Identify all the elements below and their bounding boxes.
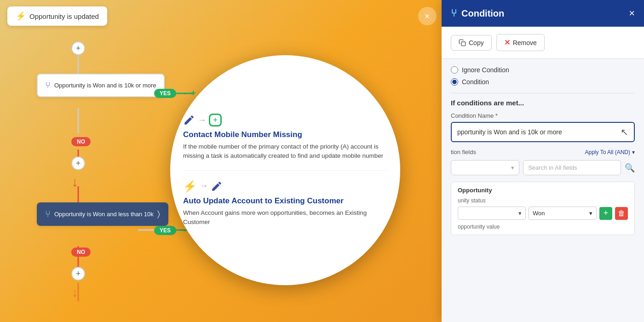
condition-node-2[interactable]: ⑂ Opportunity is Won and less than 10k 〉 bbox=[37, 202, 168, 226]
arrow-popup-1: → bbox=[198, 115, 206, 125]
condition-name-label: Condition Name * bbox=[451, 112, 635, 119]
pencil-icon-1 bbox=[183, 114, 195, 126]
opportunity-status-label: unity status bbox=[458, 197, 628, 204]
yes-label-2: YES bbox=[154, 226, 176, 235]
condition-node-1-label: Opportunity is Won and is 10k or more bbox=[54, 82, 156, 89]
status-value-select[interactable]: Won ▾ bbox=[529, 207, 597, 220]
panel-header: ⑂ Condition × bbox=[442, 0, 644, 27]
svg-rect-11 bbox=[461, 42, 466, 46]
condition-name-input[interactable]: pportunity is Won and is 10k or more ↖ bbox=[451, 122, 635, 142]
search-placeholder: Search in All fields bbox=[528, 164, 577, 171]
radio-group: Ignore Condition Condition bbox=[451, 66, 635, 86]
condition-radio-label: Condition bbox=[462, 78, 489, 86]
search-filter-row: ▾ Search in All fields 🔍 bbox=[451, 160, 635, 175]
bolt-icon: ⚡ bbox=[16, 11, 26, 21]
copy-label: Copy bbox=[469, 39, 484, 46]
field-chevron-icon: ▾ bbox=[511, 164, 514, 171]
popup-item-1-title: Contact Mobile Number Missing bbox=[183, 130, 387, 139]
copy-icon bbox=[459, 39, 466, 46]
panel-title: Condition bbox=[461, 8, 504, 19]
condition-node-1[interactable]: ⑂ Opportunity is Won and is 10k or more bbox=[37, 74, 165, 97]
no-label-1: NO bbox=[71, 137, 91, 146]
bolt-popup-2: ⚡ bbox=[183, 180, 197, 193]
circle-popup-content: → + Contact Mobile Number Missing If the… bbox=[170, 55, 400, 285]
remove-x-icon: ✕ bbox=[504, 38, 510, 47]
filter-label: tion fields bbox=[451, 149, 476, 155]
apply-all-button[interactable]: Apply To All (AND) ▾ bbox=[585, 149, 635, 155]
operator-chevron: ▾ bbox=[518, 210, 522, 217]
field-select-dropdown[interactable]: ▾ bbox=[451, 160, 519, 175]
cursor-icon: ↖ bbox=[621, 126, 628, 138]
trigger-badge[interactable]: ⚡ Opportunity is updated bbox=[7, 6, 107, 26]
condition-fork-icon-1: ⑂ bbox=[45, 80, 51, 91]
add-value-button[interactable]: + bbox=[599, 207, 612, 220]
no-label-2: NO bbox=[71, 247, 91, 257]
copy-button[interactable]: Copy bbox=[451, 35, 492, 51]
circle-popup: → + Contact Mobile Number Missing If the… bbox=[170, 55, 400, 285]
arrow-right-1: → bbox=[179, 88, 188, 98]
filter-row: tion fields Apply To All (AND) ▾ bbox=[451, 149, 635, 155]
popup-item-1[interactable]: → + Contact Mobile Number Missing If the… bbox=[183, 104, 387, 171]
yes-label-1: YES bbox=[154, 89, 176, 98]
ignore-condition-radio[interactable] bbox=[451, 66, 458, 74]
won-chevron: ▾ bbox=[589, 210, 592, 217]
status-operator-select[interactable]: ▾ bbox=[458, 207, 526, 220]
top-add-button[interactable]: + bbox=[71, 41, 85, 55]
condition-radio[interactable] bbox=[451, 78, 458, 86]
panel-actions: Copy ✕ Remove bbox=[442, 27, 644, 59]
condition-name-value: pportunity is Won and is 10k or more bbox=[457, 128, 562, 136]
ignore-condition-option[interactable]: Ignore Condition bbox=[451, 66, 635, 74]
panel-close-button[interactable]: × bbox=[629, 7, 635, 19]
ignore-condition-label: Ignore Condition bbox=[462, 66, 509, 74]
search-icon: 🔍 bbox=[625, 163, 635, 172]
opportunity-section: Opportunity unity status ▾ Won ▾ + 🗑 opp… bbox=[451, 182, 635, 235]
no-badge-2: NO bbox=[71, 247, 91, 257]
condition-fork-icon-2: ⑂ bbox=[45, 209, 51, 219]
popup-item-1-desc: If the mobile number of the primary cont… bbox=[183, 142, 387, 161]
chevron-down-icon: ▾ bbox=[632, 149, 635, 155]
apply-all-label: Apply To All (AND) bbox=[585, 149, 630, 155]
arrow-down-orange-1: ↓ bbox=[72, 285, 78, 300]
arrow-popup-2: → bbox=[200, 181, 208, 191]
if-conditions-label: If conditions are met... bbox=[451, 99, 635, 107]
condition-panel: ⑂ Condition × Copy ✕ Remove Ignore Condi… bbox=[442, 0, 644, 322]
status-won-value: Won bbox=[533, 210, 545, 217]
arrow-down-red-1: ↓ bbox=[72, 175, 78, 190]
cursor-on-node2: 〉 bbox=[157, 209, 160, 219]
yes-badge-2: YES → bbox=[154, 225, 188, 236]
panel-body: Ignore Condition Condition If conditions… bbox=[442, 59, 644, 322]
condition-node-2-label: Opportunity is Won and less than 10k bbox=[54, 211, 154, 218]
pencil-icon-2 bbox=[211, 180, 223, 192]
no-badge-1: NO bbox=[71, 137, 91, 146]
remove-button[interactable]: ✕ Remove bbox=[496, 34, 545, 51]
bottom-add-button[interactable]: + bbox=[71, 267, 85, 281]
popup-item-2-desc: When Account gains more won opportunitie… bbox=[183, 208, 387, 227]
search-all-fields-input[interactable]: Search in All fields bbox=[523, 160, 621, 175]
search-icon-button[interactable]: 🔍 bbox=[625, 160, 635, 175]
mid-add-button[interactable]: + bbox=[71, 156, 85, 170]
popup-item-1-icons: → + bbox=[183, 114, 387, 126]
opportunity-value-label: opportunity value bbox=[458, 224, 628, 230]
panel-header-left: ⑂ Condition bbox=[451, 7, 504, 19]
green-plus-popup-1: + bbox=[209, 114, 222, 126]
opportunity-section-title: Opportunity bbox=[458, 187, 628, 194]
condition-panel-icon: ⑂ bbox=[451, 7, 457, 19]
remove-label: Remove bbox=[513, 39, 537, 46]
delete-value-button[interactable]: 🗑 bbox=[615, 207, 628, 220]
opportunity-value-row: ▾ Won ▾ + 🗑 bbox=[458, 207, 628, 220]
popup-item-2-title: Auto Update Account to Existing Customer bbox=[183, 196, 387, 206]
section-divider-1 bbox=[451, 93, 635, 93]
plus-between-1[interactable]: + bbox=[191, 88, 196, 98]
trigger-label: Opportunity is updated bbox=[29, 12, 99, 20]
condition-option[interactable]: Condition bbox=[451, 78, 635, 86]
canvas-close-button[interactable]: × bbox=[418, 7, 437, 25]
popup-item-2[interactable]: ⚡ → Auto Update Account to Existing Cust… bbox=[183, 171, 387, 236]
popup-item-2-icons: ⚡ → bbox=[183, 180, 387, 193]
